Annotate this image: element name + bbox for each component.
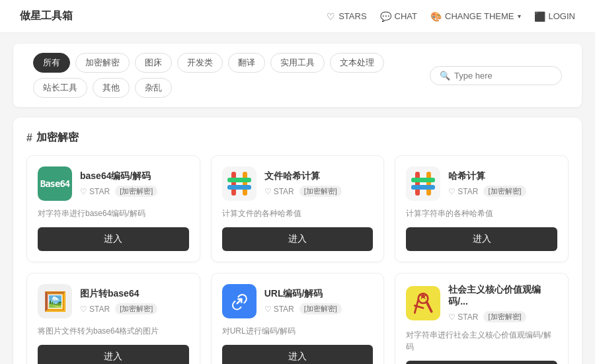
- crypto-section: # 加密解密 Base64 base64编码/解码 ♡ STAR [加密解密] …: [13, 118, 582, 364]
- star-label: STAR: [457, 187, 478, 196]
- nav-theme[interactable]: 🎨 CHANGE THEME ▾: [430, 11, 521, 22]
- section-title: # 加密解密: [26, 131, 569, 145]
- card-category-tag: [加密解密]: [115, 186, 157, 197]
- chat-icon: 💬: [380, 11, 391, 22]
- svg-rect-2: [227, 178, 251, 182]
- svg-rect-4: [415, 172, 420, 196]
- star-label: STAR: [89, 187, 110, 196]
- nav-login[interactable]: ⬛ LOGIN: [534, 11, 575, 22]
- cards-grid: Base64 base64编码/解码 ♡ STAR [加密解密] 对字符串进行b…: [26, 155, 569, 364]
- card-title-area: 哈希计算 ♡ STAR [加密解密]: [448, 170, 557, 197]
- nav-login-label: LOGIN: [549, 11, 575, 21]
- card-enter-btn[interactable]: 进入: [222, 227, 374, 251]
- card-name: base64编码/解码: [80, 170, 189, 182]
- card-star-btn[interactable]: ♡ STAR: [448, 187, 478, 196]
- card-enter-btn[interactable]: 进入: [38, 227, 189, 251]
- card-header: 社会主义核心价值观编码/... ♡ STAR [加密解密]: [406, 284, 557, 322]
- card-star-btn[interactable]: ♡ STAR: [80, 305, 110, 314]
- card-meta: ♡ STAR [加密解密]: [264, 186, 374, 197]
- card-category-tag: [加密解密]: [483, 186, 526, 197]
- card-header: Base64 base64编码/解码 ♡ STAR [加密解密]: [38, 166, 189, 201]
- heart-icon: ♡: [264, 305, 272, 314]
- filter-tag-image[interactable]: 图床: [135, 53, 172, 73]
- card-category-tag: [加密解密]: [115, 303, 157, 314]
- card-meta: ♡ STAR [加密解密]: [448, 311, 557, 322]
- heart-icon: ♡: [448, 312, 456, 322]
- card-header: 🖼️ 图片转base64 ♡ STAR [加密解密]: [38, 284, 189, 318]
- search-input[interactable]: [454, 71, 553, 81]
- card-star-btn[interactable]: ♡ STAR: [448, 312, 478, 322]
- filter-tag-dev[interactable]: 开发类: [177, 53, 223, 73]
- card-header: 哈希计算 ♡ STAR [加密解密]: [406, 166, 557, 201]
- card-header: 文件哈希计算 ♡ STAR [加密解密]: [222, 166, 374, 201]
- filter-tag-all[interactable]: 所有: [33, 53, 70, 73]
- card-enter-btn[interactable]: 进入: [222, 345, 374, 364]
- filter-tags: 所有加密解密图床开发类翻译实用工具文本处理站长工具其他杂乱: [33, 53, 430, 98]
- svg-rect-6: [411, 178, 435, 182]
- card-category-tag: [加密解密]: [299, 186, 342, 197]
- filter-tag-translate[interactable]: 翻译: [228, 53, 265, 73]
- card-img-base64: 🖼️ 图片转base64 ♡ STAR [加密解密] 将图片文件转为base64…: [26, 273, 200, 364]
- theme-icon: 🎨: [430, 11, 442, 22]
- filter-tag-tools[interactable]: 实用工具: [270, 53, 325, 73]
- login-icon: ⬛: [534, 11, 545, 22]
- card-social: 社会主义核心价值观编码/... ♡ STAR [加密解密] 对字符串进行社会主义…: [395, 273, 569, 364]
- card-category-tag: [加密解密]: [483, 311, 526, 322]
- heart-icon: ♡: [327, 11, 335, 22]
- filter-tag-text[interactable]: 文本处理: [330, 53, 384, 73]
- nav-theme-label: CHANGE THEME: [445, 11, 514, 21]
- card-enter-btn[interactable]: 进入: [406, 361, 557, 364]
- card-title-area: URL编码/解码 ♡ STAR [加密解密]: [264, 288, 374, 314]
- card-desc: 将图片文件转为base64格式的图片: [38, 325, 189, 337]
- card-name: 哈希计算: [448, 170, 557, 182]
- card-meta: ♡ STAR [加密解密]: [80, 303, 189, 314]
- filter-tag-site[interactable]: 站长工具: [33, 78, 87, 98]
- nav-chat-label: CHAT: [395, 11, 417, 21]
- svg-line-9: [427, 302, 432, 312]
- nav-chat[interactable]: 💬 CHAT: [380, 11, 417, 22]
- card-hash-calc: 哈希计算 ♡ STAR [加密解密] 计算字符串的各种哈希值 进入: [395, 155, 569, 262]
- svg-rect-0: [231, 172, 236, 196]
- star-label: STAR: [89, 305, 110, 314]
- card-star-btn[interactable]: ♡ STAR: [80, 187, 110, 196]
- header: 做星工具箱 ♡ STARS 💬 CHAT 🎨 CHANGE THEME ▾ ⬛ …: [0, 0, 595, 33]
- card-desc: 计算字符串的各种哈希值: [406, 207, 557, 219]
- card-title-area: base64编码/解码 ♡ STAR [加密解密]: [80, 170, 189, 197]
- logo: 做星工具箱: [20, 9, 73, 23]
- card-meta: ♡ STAR [加密解密]: [264, 303, 374, 314]
- card-enter-btn[interactable]: 进入: [38, 345, 189, 364]
- card-title-area: 社会主义核心价值观编码/... ♡ STAR [加密解密]: [448, 284, 557, 322]
- search-box: 🔍: [430, 66, 562, 85]
- svg-rect-5: [426, 172, 431, 196]
- card-title-area: 图片转base64 ♡ STAR [加密解密]: [80, 288, 189, 314]
- filter-tag-crypto[interactable]: 加密解密: [75, 53, 130, 73]
- heart-icon: ♡: [264, 187, 272, 196]
- main-content: # 加密解密 Base64 base64编码/解码 ♡ STAR [加密解密] …: [0, 118, 595, 364]
- card-url-encode: URL编码/解码 ♡ STAR [加密解密] 对URL进行编码/解码 进入: [211, 273, 385, 364]
- card-header: URL编码/解码 ♡ STAR [加密解密]: [222, 284, 374, 318]
- card-star-btn[interactable]: ♡ STAR: [264, 187, 294, 196]
- heart-icon: ♡: [80, 187, 87, 196]
- card-desc: 对URL进行编码/解码: [222, 325, 374, 337]
- card-base64: Base64 base64编码/解码 ♡ STAR [加密解密] 对字符串进行b…: [26, 155, 200, 262]
- nav-stars[interactable]: ♡ STARS: [327, 11, 366, 22]
- card-star-btn[interactable]: ♡ STAR: [264, 305, 294, 314]
- svg-rect-1: [243, 172, 247, 196]
- star-label: STAR: [457, 312, 478, 322]
- filter-tag-other[interactable]: 其他: [93, 78, 130, 98]
- header-nav: ♡ STARS 💬 CHAT 🎨 CHANGE THEME ▾ ⬛ LOGIN: [327, 11, 575, 22]
- heart-icon: ♡: [80, 305, 87, 314]
- search-icon: 🔍: [440, 71, 450, 81]
- filter-bar: 所有加密解密图床开发类翻译实用工具文本处理站长工具其他杂乱 🔍: [13, 44, 582, 107]
- filter-tag-misc[interactable]: 杂乱: [135, 78, 172, 98]
- card-desc: 对字符串进行base64编码/解码: [38, 207, 189, 219]
- card-name: URL编码/解码: [264, 288, 374, 300]
- star-label: STAR: [274, 187, 294, 196]
- card-enter-btn[interactable]: 进入: [406, 227, 557, 251]
- card-file-hash: 文件哈希计算 ♡ STAR [加密解密] 计算文件的各种哈希值 进入: [211, 155, 385, 262]
- star-label: STAR: [274, 305, 294, 314]
- chevron-down-icon: ▾: [518, 13, 521, 20]
- card-desc: 对字符串进行社会主义核心价值观编码/解码: [406, 329, 557, 353]
- section-title-text: 加密解密: [36, 131, 79, 145]
- card-category-tag: [加密解密]: [299, 303, 342, 314]
